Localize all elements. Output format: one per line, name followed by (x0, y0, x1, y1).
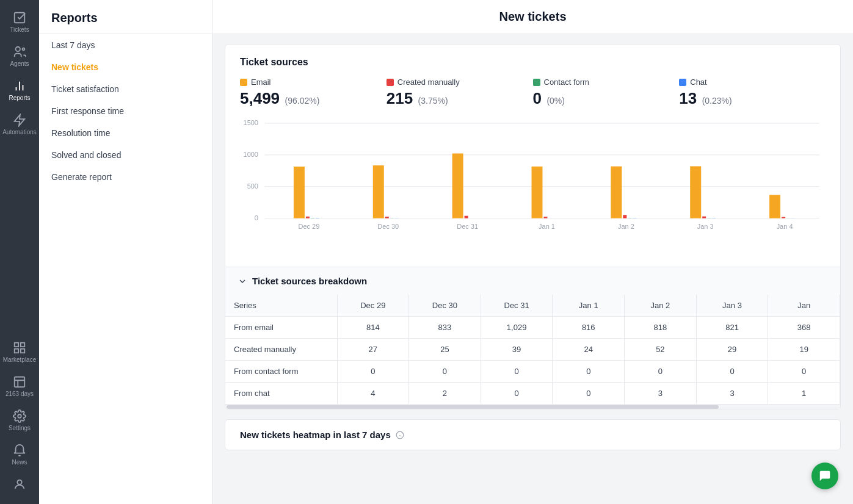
row-contact-dec31: 0 (481, 361, 553, 383)
row-chat-jan2: 3 (625, 383, 697, 405)
sidebar-item-profile[interactable] (0, 472, 39, 499)
svg-rect-7 (15, 343, 18, 347)
manual-dot (387, 79, 394, 86)
row-from-email: From email 814 833 1,029 816 818 821 368 (225, 317, 840, 339)
sidebar-item-tickets[interactable]: Tickets (0, 5, 39, 39)
legend-manual-label: Created manually (397, 77, 460, 87)
chat-pct: (0.23%) (702, 96, 732, 106)
nav-sidebar: Reports Last 7 days New tickets Ticket s… (39, 0, 212, 504)
sidebar-item-agents[interactable]: Agents (0, 39, 39, 73)
email-dot (240, 79, 247, 86)
manual-value: 215 (387, 89, 413, 107)
legend-chat-label: Chat (690, 77, 706, 87)
sidebar-item-automations[interactable]: Automations (0, 107, 39, 142)
svg-rect-54 (769, 195, 780, 218)
row-email-jan3: 821 (696, 317, 768, 339)
nav-item-ticketsatisfaction[interactable]: Ticket satisfaction (39, 78, 212, 100)
contact-pct: (0%) (546, 96, 565, 106)
svg-rect-35 (465, 216, 468, 218)
col-jan1: Jan 1 (553, 295, 625, 317)
scrollbar-track[interactable] (225, 404, 840, 409)
row-chat-jan: 1 (768, 383, 840, 405)
row-manual-dec30: 25 (409, 339, 481, 361)
chat-value: 13 (679, 89, 697, 107)
row-chat-jan1: 0 (553, 383, 625, 405)
svg-rect-55 (782, 217, 785, 218)
col-series: Series (225, 295, 337, 317)
row-chat-label: From chat (225, 383, 337, 405)
bar-chart: 1500 1000 500 0 (240, 120, 826, 254)
svg-text:Jan 3: Jan 3 (697, 223, 714, 230)
row-manual-dec31: 39 (481, 339, 553, 361)
svg-text:Jan 2: Jan 2 (618, 223, 634, 230)
row-email-jan1: 816 (553, 317, 625, 339)
row-chat-jan3: 3 (696, 383, 768, 405)
legend-email: Email 5,499 (96.02%) (240, 77, 387, 108)
nav-item-generatereport[interactable]: Generate report (39, 166, 212, 188)
breakdown-table: Series Dec 29 Dec 30 Dec 31 Jan 1 Jan 2 … (225, 295, 840, 404)
svg-rect-0 (15, 13, 25, 23)
svg-rect-9 (15, 349, 18, 353)
legend-email-label: Email (251, 77, 271, 87)
row-chat-dec31: 0 (481, 383, 553, 405)
legend-chat: Chat 13 (0.23%) (679, 77, 826, 108)
scrollbar-thumb (227, 405, 719, 409)
col-dec30: Dec 30 (409, 295, 481, 317)
breakdown-table-wrapper[interactable]: Series Dec 29 Dec 30 Dec 31 Jan 1 Jan 2 … (225, 295, 840, 404)
info-icon (396, 431, 404, 439)
sidebar-item-agents-label: Agents (10, 60, 29, 67)
svg-rect-11 (15, 377, 25, 387)
sidebar-item-reports[interactable]: Reports (0, 73, 39, 107)
svg-marker-6 (15, 115, 25, 126)
row-manual-jan3: 29 (696, 339, 768, 361)
row-contact-jan2: 0 (625, 361, 697, 383)
nav-item-firstresponsetime[interactable]: First response time (39, 100, 212, 122)
col-jan3: Jan 3 (696, 295, 768, 317)
svg-rect-50 (702, 217, 706, 218)
row-email-label: From email (225, 317, 337, 339)
row-manual-jan2: 52 (625, 339, 697, 361)
svg-text:1500: 1500 (244, 120, 258, 126)
row-manual-label: Created manually (225, 339, 337, 361)
svg-point-1 (16, 47, 20, 51)
chat-icon (818, 469, 832, 483)
svg-rect-24 (294, 167, 305, 218)
svg-rect-45 (623, 215, 626, 218)
email-pct: (96.02%) (285, 96, 320, 106)
nav-item-newtickets[interactable]: New tickets (39, 56, 212, 78)
row-contact-jan3: 0 (696, 361, 768, 383)
row-email-dec29: 814 (337, 317, 409, 339)
svg-rect-49 (690, 166, 701, 218)
sidebar-item-marketplace[interactable]: Marketplace (0, 335, 39, 369)
breakdown-title: Ticket sources breakdown (252, 276, 367, 286)
svg-rect-34 (452, 153, 463, 218)
row-contact-dec30: 0 (409, 361, 481, 383)
sidebar-item-settings[interactable]: Settings (0, 403, 39, 437)
svg-text:Dec 31: Dec 31 (457, 223, 478, 230)
row-contact-jan: 0 (768, 361, 840, 383)
row-email-jan2: 818 (625, 317, 697, 339)
svg-rect-39 (532, 167, 543, 218)
nav-item-resolutiontime[interactable]: Resolution time (39, 122, 212, 144)
nav-item-solvedandclosed[interactable]: Solved and closed (39, 144, 212, 166)
legend-row: Email 5,499 (96.02%) Created manually (240, 77, 826, 108)
page-title: New tickets (212, 0, 853, 34)
sidebar-item-settings-label: Settings (9, 425, 31, 431)
chat-bubble[interactable] (811, 463, 838, 489)
sidebar-item-automations-label: Automations (2, 129, 37, 135)
row-manual-jan: 19 (768, 339, 840, 361)
svg-text:500: 500 (247, 182, 258, 190)
svg-rect-10 (21, 349, 24, 353)
sidebar-item-marketplace-label: Marketplace (3, 356, 36, 363)
nav-sidebar-title: Reports (39, 0, 212, 34)
row-created-manually: Created manually 27 25 39 24 52 29 19 (225, 339, 840, 361)
manual-pct: (3.75%) (418, 96, 448, 106)
col-jan2: Jan 2 (625, 295, 697, 317)
email-value: 5,499 (240, 89, 280, 107)
sidebar-item-news[interactable]: News (0, 437, 39, 472)
breakdown-toggle[interactable]: Ticket sources breakdown (225, 267, 840, 295)
sidebar-item-2163days[interactable]: 2163 days (0, 369, 39, 403)
svg-text:Jan 1: Jan 1 (539, 223, 555, 230)
nav-item-last7days[interactable]: Last 7 days (39, 34, 212, 56)
svg-rect-25 (306, 217, 310, 218)
